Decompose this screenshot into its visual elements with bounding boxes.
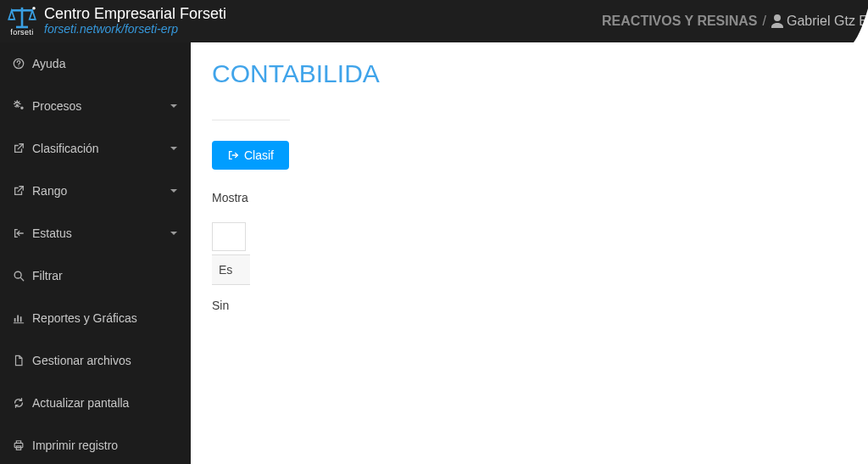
brand-title: Centro Empresarial Forseti	[44, 6, 226, 23]
entries-input[interactable]	[212, 222, 246, 251]
sidebar-item-actualizar[interactable]: Actualizar pantalla	[0, 382, 191, 424]
svg-point-4	[18, 65, 19, 66]
company-name: REACTIVOS Y RESINAS	[602, 14, 757, 29]
search-icon	[12, 269, 25, 282]
sign-out-icon	[227, 149, 239, 161]
sidebar-item-estatus[interactable]: Estatus	[0, 212, 191, 254]
sidebar-item-label: Gestionar archivos	[32, 354, 179, 367]
brand-subtitle-link[interactable]: forseti.network/forseti-erp	[44, 23, 226, 36]
print-icon	[12, 439, 25, 452]
cogs-icon	[12, 99, 25, 113]
sidebar-item-label: Imprimir registro	[32, 439, 179, 452]
user-icon	[771, 14, 783, 28]
top-right: REACTIVOS Y RESINAS / Gabriel Gtz E	[602, 0, 868, 42]
sidebar: Ayuda Procesos Clasificación Rango	[0, 42, 191, 464]
caret-down-icon	[170, 187, 179, 194]
user-name: Gabriel Gtz E	[787, 14, 868, 29]
scales-icon	[5, 6, 39, 30]
sidebar-item-clasificacion[interactable]: Clasificación	[0, 127, 191, 170]
svg-point-5	[14, 271, 21, 278]
page-body: Ayuda Procesos Clasificación Rango	[0, 42, 868, 464]
overlay-wedge	[381, 42, 868, 464]
sign-in-icon	[12, 226, 25, 240]
svg-point-2	[32, 7, 36, 10]
breadcrumb-separator: /	[763, 14, 766, 29]
page-title: CONTABILIDA	[212, 59, 380, 88]
file-icon	[12, 354, 25, 367]
clasificar-button[interactable]: Clasif	[212, 141, 289, 170]
top-bar: forseti Centro Empresarial Forseti forse…	[0, 0, 868, 42]
divider	[212, 120, 290, 120]
main-content: CONTABILIDA Clasif Mostra Es Sin	[191, 42, 868, 464]
brand-logo-text: forseti	[10, 28, 33, 36]
button-label: Clasif	[244, 148, 274, 162]
sidebar-item-label: Clasificación	[32, 142, 165, 155]
bar-chart-icon	[12, 311, 25, 325]
sidebar-item-rango[interactable]: Rango	[0, 170, 191, 212]
sidebar-item-filtrar[interactable]: Filtrar	[0, 254, 191, 297]
table-header-cell[interactable]: Es	[212, 254, 250, 285]
external-link-icon	[12, 184, 25, 198]
sidebar-item-label: Estatus	[32, 226, 165, 240]
sidebar-item-label: Rango	[32, 184, 165, 198]
sidebar-item-archivos[interactable]: Gestionar archivos	[0, 339, 191, 382]
sidebar-item-label: Procesos	[32, 99, 165, 113]
sidebar-item-label: Filtrar	[32, 269, 179, 282]
caret-down-icon	[170, 145, 179, 152]
refresh-icon	[12, 396, 25, 410]
show-entries-label: Mostra	[212, 191, 248, 204]
sidebar-item-reportes[interactable]: Reportes y Gráficas	[0, 297, 191, 339]
caret-down-icon	[170, 230, 179, 237]
brand: forseti Centro Empresarial Forseti forse…	[0, 6, 226, 36]
question-circle-icon	[12, 57, 25, 70]
sidebar-item-label: Reportes y Gráficas	[32, 311, 179, 325]
sidebar-item-imprimir[interactable]: Imprimir registro	[0, 424, 191, 464]
brand-logo: forseti	[5, 6, 39, 36]
brand-text: Centro Empresarial Forseti forseti.netwo…	[44, 6, 226, 36]
sidebar-item-label: Actualizar pantalla	[32, 396, 179, 410]
sidebar-item-procesos[interactable]: Procesos	[0, 85, 191, 127]
sidebar-item-ayuda[interactable]: Ayuda	[0, 42, 191, 85]
external-link-icon	[12, 142, 25, 155]
sidebar-item-label: Ayuda	[32, 57, 179, 70]
svg-rect-6	[14, 443, 23, 447]
caret-down-icon	[170, 103, 179, 109]
empty-state-text: Sin	[212, 299, 229, 312]
table-header-label: Es	[219, 263, 232, 277]
